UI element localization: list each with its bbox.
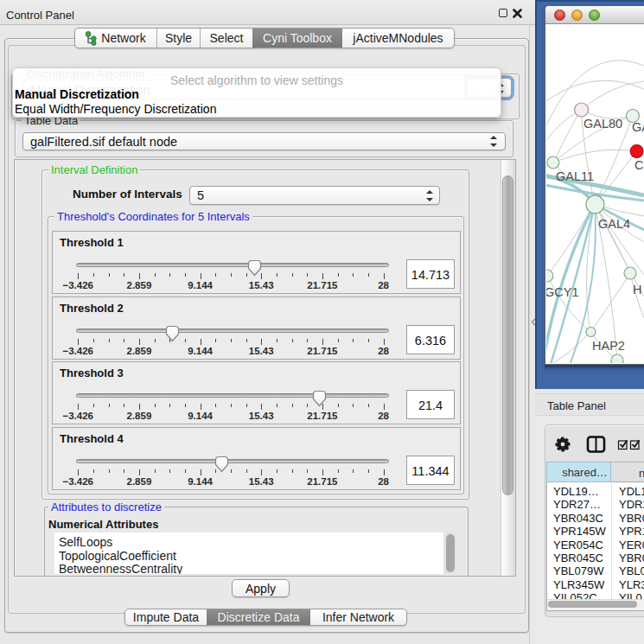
svg-text:H: H bbox=[633, 283, 641, 296]
svg-text:GAL80: GAL80 bbox=[583, 117, 622, 131]
svg-text:GCY1: GCY1 bbox=[546, 285, 579, 299]
svg-text:GAL11: GAL11 bbox=[556, 169, 594, 183]
svg-text:HAP2: HAP2 bbox=[592, 339, 625, 353]
svg-text:CO: CO bbox=[634, 158, 644, 172]
svg-text:GAL4: GAL4 bbox=[598, 217, 630, 231]
svg-text:GAL2: GAL2 bbox=[632, 120, 644, 134]
